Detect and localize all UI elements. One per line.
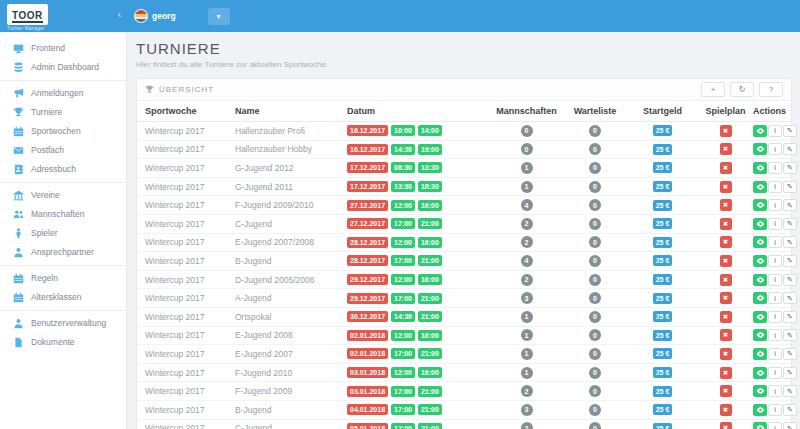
view-button[interactable] — [753, 404, 767, 416]
warteliste-count-badge: 0 — [589, 125, 601, 137]
view-button[interactable] — [753, 348, 767, 360]
edit-button[interactable]: ✎ — [783, 404, 797, 416]
spielplan-delete-badge[interactable]: ✖ — [720, 143, 732, 155]
info-icon: i — [774, 220, 776, 227]
spielplan-delete-badge[interactable]: ✖ — [720, 236, 732, 248]
sidebar-item[interactable]: Spieler — [0, 224, 126, 243]
cell-startgeld: 25 € — [627, 200, 698, 211]
edit-icon: ✎ — [787, 295, 793, 302]
view-button[interactable] — [753, 199, 767, 211]
spielplan-delete-badge[interactable]: ✖ — [720, 218, 732, 230]
view-button[interactable] — [753, 292, 767, 304]
view-button[interactable] — [753, 385, 767, 397]
sidebar-item[interactable]: Altersklassen — [0, 288, 126, 307]
view-button[interactable] — [753, 311, 767, 323]
view-button[interactable] — [753, 367, 767, 379]
edit-button[interactable]: ✎ — [783, 218, 797, 230]
sidebar-item[interactable]: Dokumente — [0, 333, 126, 352]
edit-icon: ✎ — [787, 369, 793, 376]
edit-button[interactable]: ✎ — [783, 199, 797, 211]
edit-button[interactable]: ✎ — [783, 162, 797, 174]
spielplan-delete-badge[interactable]: ✖ — [720, 311, 732, 323]
sidebar-item[interactable]: Turniere — [0, 103, 126, 122]
info-button[interactable]: i — [768, 311, 782, 323]
spielplan-delete-badge[interactable]: ✖ — [720, 162, 732, 174]
view-button[interactable] — [753, 218, 767, 230]
info-button[interactable]: i — [768, 274, 782, 286]
edit-button[interactable]: ✎ — [783, 255, 797, 267]
sidebar-item[interactable]: Vereine — [0, 186, 126, 205]
spielplan-delete-badge[interactable]: ✖ — [720, 199, 732, 211]
cell-warteliste: 0 — [563, 125, 627, 137]
sidebar-item[interactable]: Benutzerverwaltung — [0, 314, 126, 333]
sidebar-item[interactable]: Frontend — [0, 39, 126, 58]
info-button[interactable]: i — [768, 125, 782, 137]
sidebar-item[interactable]: Sportwochen — [0, 122, 126, 141]
info-button[interactable]: i — [768, 199, 782, 211]
info-button[interactable]: i — [768, 218, 782, 230]
info-button[interactable]: i — [768, 422, 782, 429]
info-button[interactable]: i — [768, 181, 782, 193]
view-button[interactable] — [753, 236, 767, 248]
edit-button[interactable]: ✎ — [783, 181, 797, 193]
view-button[interactable] — [753, 181, 767, 193]
edit-button[interactable]: ✎ — [783, 385, 797, 397]
spielplan-delete-badge[interactable]: ✖ — [720, 348, 732, 360]
info-button[interactable]: i — [768, 255, 782, 267]
view-button[interactable] — [753, 255, 767, 267]
info-button[interactable]: i — [768, 385, 782, 397]
view-button[interactable] — [753, 329, 767, 341]
info-button[interactable]: i — [768, 292, 782, 304]
spielplan-delete-badge[interactable]: ✖ — [720, 125, 732, 137]
spielplan-delete-badge[interactable]: ✖ — [720, 367, 732, 379]
sidebar-item[interactable]: Anmeldungen — [0, 84, 126, 103]
info-icon: i — [774, 350, 776, 357]
edit-button[interactable]: ✎ — [783, 125, 797, 137]
spielplan-delete-badge[interactable]: ✖ — [720, 292, 732, 304]
edit-button[interactable]: ✎ — [783, 329, 797, 341]
sidebar-item[interactable]: Regeln — [0, 269, 126, 288]
info-button[interactable]: i — [768, 367, 782, 379]
edit-button[interactable]: ✎ — [783, 236, 797, 248]
user-dropdown-button[interactable]: ▾ — [208, 8, 230, 25]
spielplan-delete-badge[interactable]: ✖ — [720, 385, 732, 397]
info-button[interactable]: i — [768, 162, 782, 174]
view-button[interactable] — [753, 143, 767, 155]
user-menu[interactable]: georg — [134, 9, 176, 23]
sidebar-collapse-icon[interactable]: ‹ — [118, 10, 121, 20]
add-button[interactable]: + — [701, 82, 725, 97]
view-button[interactable] — [753, 162, 767, 174]
view-button[interactable] — [753, 274, 767, 286]
info-button[interactable]: i — [768, 404, 782, 416]
cell-sportwoche: Wintercup 2017 — [145, 144, 235, 154]
sidebar-item[interactable]: Adressbuch — [0, 160, 126, 179]
sidebar-item[interactable]: Admin Dashboard — [0, 58, 126, 77]
sidebar-item[interactable]: Ansprechpartner — [0, 243, 126, 262]
view-button[interactable] — [753, 422, 767, 429]
info-button[interactable]: i — [768, 329, 782, 341]
info-button[interactable]: i — [768, 348, 782, 360]
info-button[interactable]: i — [768, 236, 782, 248]
help-button[interactable]: ? — [759, 82, 783, 97]
sidebar-item[interactable]: Mannschaften — [0, 205, 126, 224]
mannschaften-count-badge: 2 — [521, 236, 533, 248]
spielplan-delete-badge[interactable]: ✖ — [720, 404, 732, 416]
spielplan-delete-badge[interactable]: ✖ — [720, 255, 732, 267]
edit-button[interactable]: ✎ — [783, 292, 797, 304]
sidebar-item[interactable]: Postfach — [0, 141, 126, 160]
edit-button[interactable]: ✎ — [783, 274, 797, 286]
edit-button[interactable]: ✎ — [783, 348, 797, 360]
spielplan-delete-badge[interactable]: ✖ — [720, 422, 732, 429]
spielplan-delete-badge[interactable]: ✖ — [720, 329, 732, 341]
refresh-button[interactable]: ↻ — [730, 82, 754, 97]
logo[interactable]: TOOR — [7, 4, 48, 25]
view-button[interactable] — [753, 125, 767, 137]
spielplan-delete-badge[interactable]: ✖ — [720, 274, 732, 286]
table-row: Wintercup 2017 F-Jugend 2009/2010 27.12.… — [137, 196, 791, 215]
edit-button[interactable]: ✎ — [783, 143, 797, 155]
spielplan-delete-badge[interactable]: ✖ — [720, 181, 732, 193]
info-button[interactable]: i — [768, 143, 782, 155]
edit-button[interactable]: ✎ — [783, 311, 797, 323]
edit-button[interactable]: ✎ — [783, 422, 797, 429]
edit-button[interactable]: ✎ — [783, 367, 797, 379]
